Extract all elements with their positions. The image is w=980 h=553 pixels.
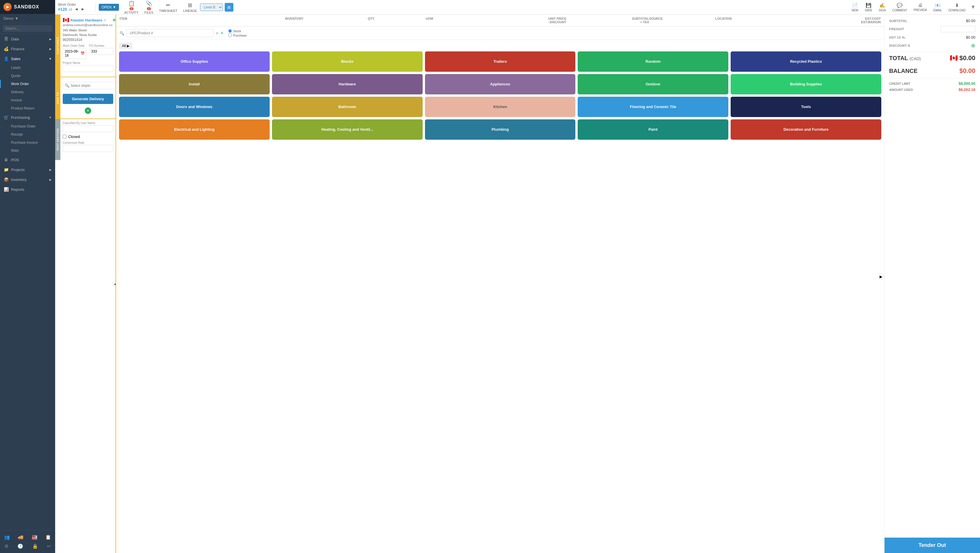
- expand-icon[interactable]: ▼: [969, 3, 977, 12]
- cat-tools[interactable]: Tools: [731, 97, 881, 117]
- sidebar-item-inventory[interactable]: 📦 Inventory ▶: [0, 175, 55, 185]
- col-unit-price: UNIT PRICE- DISCOUNT: [484, 17, 566, 24]
- cat-trailers[interactable]: Trailers: [425, 51, 576, 72]
- new-button[interactable]: 📄 NEW: [849, 1, 861, 13]
- nav-next-button[interactable]: ▶: [80, 7, 85, 12]
- sidebar-item-label: Projects: [11, 167, 47, 172]
- lock-icon[interactable]: 🔒: [32, 543, 38, 549]
- cat-heating-cooling[interactable]: Heating, Cooling and Ventil...: [272, 120, 423, 140]
- cat-electrical[interactable]: Electrical and Lighting: [119, 120, 270, 140]
- factory-icon[interactable]: 🏭: [32, 534, 37, 540]
- comment-button[interactable]: 💬 COMMENT: [889, 1, 910, 13]
- purchase-radio[interactable]: [228, 33, 232, 37]
- sidebar-item-projects[interactable]: 📁 Projects ▶: [0, 165, 55, 175]
- sidebar-item-work-order[interactable]: Work Order: [0, 80, 55, 88]
- cat-hardware[interactable]: Hardware: [272, 74, 423, 94]
- cat-decoration-furniture[interactable]: Decoration and Furniture: [731, 120, 881, 140]
- logout-icon[interactable]: ↩: [47, 543, 51, 549]
- product-search-input[interactable]: [127, 29, 214, 37]
- cat-appliances[interactable]: Appliances: [425, 74, 576, 94]
- add-product-icon[interactable]: +: [221, 30, 224, 36]
- project-input[interactable]: [63, 65, 113, 72]
- all-categories-button[interactable]: All ▶: [119, 43, 132, 49]
- settings-icon[interactable]: ⚙: [4, 543, 8, 549]
- discount-add-icon[interactable]: ⊕: [971, 42, 975, 49]
- col-source: SOURCE: [649, 17, 715, 24]
- cat-plumbing[interactable]: Plumbing: [425, 120, 576, 140]
- preview-button[interactable]: 🖨 PREVIEW: [911, 1, 930, 13]
- stock-radio-label[interactable]: Stock: [228, 29, 247, 33]
- truck-icon[interactable]: 🚚: [18, 534, 24, 540]
- calendar-icon[interactable]: 📅: [80, 51, 85, 56]
- sidebar-item-invoice[interactable]: Invoice: [0, 96, 55, 104]
- closed-checkbox[interactable]: [63, 135, 67, 139]
- cat-flooring-ceramic[interactable]: Flooring and Ceramic Tile: [578, 97, 728, 117]
- customer-add-button[interactable]: +: [112, 17, 116, 24]
- files-button[interactable]: 📎 0 FILES: [142, 0, 156, 16]
- level-select[interactable]: Level B Level A Level C: [200, 3, 223, 11]
- sidebar-item-purchasing[interactable]: 🛒 Purchasing ▼: [0, 112, 55, 122]
- sidebar-item-purchase-invoice[interactable]: Purchase Invoice: [0, 139, 55, 147]
- po-input[interactable]: [89, 48, 113, 55]
- sidebar-item-receipt[interactable]: Receipt: [0, 131, 55, 139]
- add-circle-button[interactable]: +: [85, 107, 91, 114]
- test-section-text: TEST SECTION: [56, 128, 59, 151]
- email-button[interactable]: 📧 EMAIL: [931, 1, 945, 13]
- purchase-radio-label[interactable]: Purchase: [228, 33, 247, 37]
- freight-input[interactable]: [940, 26, 975, 32]
- customer-name[interactable]: Atwater Hardware: [70, 18, 102, 22]
- cat-install[interactable]: Install: [119, 74, 270, 94]
- sidebar-item-pos[interactable]: 🖥 POS: [0, 155, 55, 165]
- cat-office-supplies[interactable]: Office Supplies: [119, 51, 270, 72]
- cat-blocks[interactable]: Blocks: [272, 51, 423, 72]
- right-panel-toggle[interactable]: ▶: [878, 273, 884, 280]
- generate-delivery-button[interactable]: Generate Delivery: [63, 94, 113, 104]
- purchasing-icon: 🛒: [3, 115, 9, 120]
- customer-phone: 9025551414: [63, 38, 113, 42]
- sidebar-item-purchase-order[interactable]: Purchase Order: [0, 122, 55, 131]
- activity-button[interactable]: 📋 0 ACTIVITY: [121, 0, 142, 16]
- cat-kitchen[interactable]: Kitchen: [425, 97, 576, 117]
- sidebar-item-data[interactable]: 🗄 Data ▶: [0, 34, 55, 44]
- cat-building-supplies[interactable]: Building Supplies: [731, 74, 881, 94]
- logo-icon: ▶: [3, 3, 12, 11]
- filter-icon[interactable]: ≡: [216, 31, 218, 35]
- conversion-input[interactable]: [63, 145, 113, 152]
- panel-collapse-button[interactable]: ◀: [112, 280, 116, 287]
- save-button[interactable]: 💾 SAVE: [862, 1, 875, 13]
- sidebar-item-quote[interactable]: Quote: [0, 72, 55, 80]
- users-icon[interactable]: 👥: [4, 534, 10, 540]
- grid-button[interactable]: ⊞: [225, 3, 233, 12]
- sign-button[interactable]: ✍ SIGN: [876, 1, 889, 13]
- tender-out-button[interactable]: Tender Out: [885, 538, 980, 553]
- lineage-button[interactable]: ⊞ LINEAGE: [180, 1, 200, 14]
- cat-random[interactable]: Random: [578, 51, 728, 72]
- ship-to-input[interactable]: [70, 84, 114, 88]
- clock-icon[interactable]: 🕐: [18, 543, 23, 549]
- cancelled-input[interactable]: [63, 125, 113, 132]
- balance-row: BALANCE $0.00: [889, 67, 975, 75]
- demo-selector[interactable]: Demo ▼: [0, 14, 55, 23]
- sidebar-item-finance[interactable]: 💰 Finance ▶: [0, 44, 55, 54]
- timesheet-button[interactable]: ✏ TIMESHEET: [156, 1, 180, 14]
- date-input[interactable]: 2023-09-18 📅: [63, 48, 87, 59]
- sidebar-item-sales[interactable]: 👤 Sales ▼: [0, 54, 55, 64]
- cat-doors-windows[interactable]: Doors and Windows: [119, 97, 270, 117]
- stock-radio[interactable]: [228, 29, 232, 33]
- search-input[interactable]: [3, 25, 52, 32]
- cat-recycled-plastics[interactable]: Recycled Plastics: [731, 51, 881, 72]
- download-button[interactable]: ⬇ DOWNLOAD: [945, 1, 968, 13]
- nav-prev-button[interactable]: ◀: [74, 7, 79, 12]
- subtotal-row: SUBTOTAL $0.00: [889, 19, 975, 23]
- open-button[interactable]: OPEN ▼: [99, 4, 119, 11]
- cat-paint[interactable]: Paint: [578, 120, 728, 140]
- sidebar-item-product-return[interactable]: Product Return: [0, 104, 55, 112]
- cat-outdoor[interactable]: Outdoor: [578, 74, 728, 94]
- search-icon: 🔍: [65, 83, 69, 88]
- cat-bathroom[interactable]: Bathroom: [272, 97, 423, 117]
- sidebar-item-leads[interactable]: Leads: [0, 64, 55, 72]
- sidebar-item-reports[interactable]: 📊 Reports: [0, 185, 55, 194]
- board-icon[interactable]: 📋: [45, 534, 51, 540]
- sidebar-item-delivery[interactable]: Delivery: [0, 88, 55, 96]
- sidebar-item-rma[interactable]: RMA: [0, 147, 55, 155]
